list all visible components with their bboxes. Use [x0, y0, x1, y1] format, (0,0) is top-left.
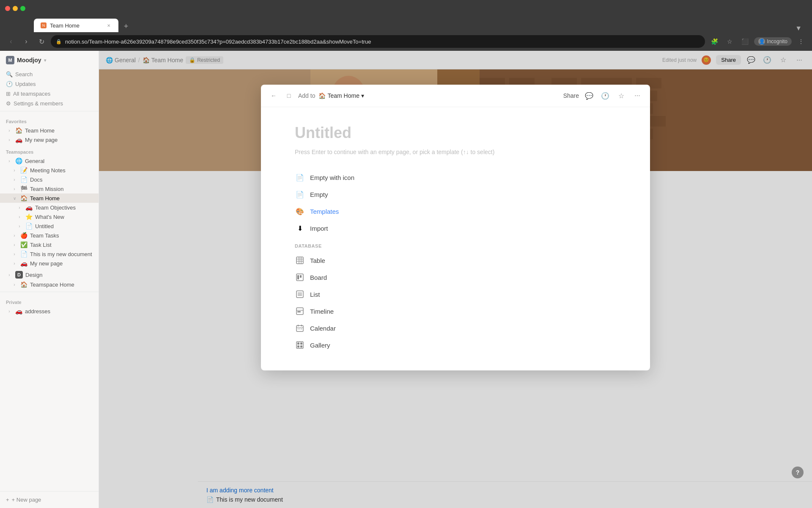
sidebar-item-team-objectives[interactable]: › 🚗 Team Objectives [0, 203, 99, 212]
db-option-table[interactable]: Table [295, 252, 616, 269]
help-button[interactable]: ? [792, 467, 804, 478]
svg-rect-65 [297, 342, 299, 345]
template-option-import[interactable]: ⬇ Import [295, 220, 616, 237]
db-option-timeline[interactable]: Timeline [295, 303, 616, 320]
task-list-icon: ✅ [20, 241, 27, 248]
nav-refresh-button[interactable]: ↻ [36, 36, 47, 47]
modal-target-icon: 🏠 [318, 92, 326, 99]
all-teamspaces-label: All teamspaces [13, 91, 50, 97]
modal-target-label: Team Home [327, 92, 359, 99]
sidebar-item-new-document[interactable]: › 📄 This is my new document [0, 249, 99, 259]
team-objectives-icon: 🚗 [25, 204, 33, 211]
gallery-icon [295, 340, 305, 350]
sidebar-item-task-list[interactable]: › ✅ Task List [0, 240, 99, 249]
sidebar-item-team-home-fav[interactable]: › 🏠 Team Home [0, 126, 99, 135]
modal-more-icon[interactable]: ··· [631, 90, 643, 102]
sidebar-all-teamspaces-button[interactable]: ⊞ All teamspaces [0, 89, 99, 99]
cast-icon[interactable]: ⬛ [739, 36, 751, 47]
sidebar-search-button[interactable]: 🔍 Search [0, 69, 99, 79]
tab-close-button[interactable]: ✕ [106, 22, 112, 28]
expand-arrow-icon: › [11, 176, 18, 183]
modal-page-icon[interactable]: □ [283, 90, 295, 102]
team-home-fav-icon: 🏠 [15, 127, 22, 134]
maximize-window-button[interactable] [20, 6, 25, 11]
template-option-empty[interactable]: 📄 Empty [295, 186, 616, 203]
minimize-window-button[interactable] [13, 6, 18, 11]
sidebar-item-teamspace-home[interactable]: › 🏠 Teamspace Home [0, 280, 99, 289]
general-label: General [25, 158, 93, 164]
expand-arrow-icon: › [16, 204, 23, 211]
sidebar-item-whats-new[interactable]: › ⭐ What's New [0, 212, 99, 221]
sidebar-item-addresses[interactable]: › 🚗 addresses [0, 306, 99, 316]
template-option-empty-icon[interactable]: 📄 Empty with icon [295, 169, 616, 186]
teamspaces-section-label: Teamspaces [0, 144, 99, 156]
svg-point-62 [299, 329, 300, 329]
modal-add-to-target[interactable]: 🏠 Team Home ▾ [318, 92, 364, 99]
modal-star-icon[interactable]: ☆ [615, 90, 627, 102]
db-option-list[interactable]: List [295, 286, 616, 303]
sidebar-item-design-initial[interactable]: › D Design [0, 270, 99, 280]
empty-template-icon: 📄 [295, 189, 305, 199]
team-mission-label: Team Mission [30, 186, 93, 192]
close-window-button[interactable] [5, 6, 10, 11]
sidebar-item-team-home[interactable]: ∨ 🏠 Team Home [0, 193, 99, 203]
docs-icon: 📄 [20, 176, 27, 183]
extensions-icon[interactable]: 🧩 [708, 36, 720, 47]
svg-rect-68 [300, 345, 302, 348]
nav-forward-button[interactable]: › [20, 36, 32, 47]
db-option-calendar[interactable]: Calendar [295, 320, 616, 337]
sidebar-item-my-new-page-fav[interactable]: › 🚗 My new page [0, 135, 99, 144]
sidebar-item-general[interactable]: › 🌐 General [0, 156, 99, 166]
private-section-label: Private [0, 295, 99, 306]
addresses-label: addresses [25, 308, 93, 315]
new-tab-button[interactable]: + [120, 20, 132, 32]
window-controls-icon: ▼ [795, 25, 802, 32]
empty-label: Empty [310, 191, 328, 198]
expand-arrow-icon: › [11, 185, 18, 192]
sidebar-workspace-header: M Moodjoy ▾ [0, 51, 99, 69]
workspace-name[interactable]: M Moodjoy ▾ [6, 56, 46, 64]
sidebar-updates-button[interactable]: 🕐 Updates [0, 79, 99, 89]
untitled-label: Untitled [35, 223, 93, 229]
more-options-icon[interactable]: ⋮ [795, 36, 807, 47]
db-option-gallery[interactable]: Gallery [295, 337, 616, 353]
empty-with-icon-template-icon: 📄 [295, 172, 305, 182]
sidebar-settings-button[interactable]: ⚙ Settings & members [0, 99, 99, 108]
whats-new-label: What's New [35, 214, 93, 220]
team-tasks-label: Team Tasks [30, 232, 93, 239]
modal-back-icon[interactable]: ← [268, 90, 280, 102]
addresses-icon: 🚗 [15, 308, 22, 315]
sidebar-item-team-tasks[interactable]: › 🍎 Team Tasks [0, 231, 99, 240]
workspace-label: Moodjoy [17, 57, 41, 64]
teamspace-home-icon: 🏠 [20, 281, 27, 288]
sidebar-item-my-new-page[interactable]: › 🚗 My new page [0, 259, 99, 268]
template-option-templates[interactable]: 🎨 Templates [295, 203, 616, 220]
sidebar-divider-2 [0, 292, 99, 292]
modal-page-title[interactable]: Untitled [295, 124, 616, 142]
svg-point-63 [301, 329, 302, 329]
nav-back-button[interactable]: ‹ [5, 36, 17, 47]
bookmark-star-icon[interactable]: ☆ [724, 36, 735, 47]
modal-comment-icon[interactable]: 💬 [583, 90, 595, 102]
expand-arrow-icon: › [16, 223, 23, 229]
sidebar-item-team-mission[interactable]: › 🏁 Team Mission [0, 184, 99, 193]
sidebar-item-docs[interactable]: › 📄 Docs [0, 175, 99, 184]
modal-history-icon[interactable]: 🕐 [599, 90, 611, 102]
sidebar-item-untitled[interactable]: › 📄 Untitled [0, 221, 99, 231]
new-page-button[interactable]: + + New page [6, 495, 93, 505]
browser-toolbar: ‹ › ↻ 🔒 notion.so/Team-Home-a626e39209a7… [0, 32, 812, 51]
design-label: Design [25, 272, 93, 278]
templates-label: Templates [310, 208, 339, 215]
expand-arrow-icon: › [11, 167, 18, 174]
team-mission-icon: 🏁 [20, 185, 27, 192]
db-option-board[interactable]: Board [295, 269, 616, 286]
tab-bar: N Team Home ✕ + ▼ [0, 17, 812, 32]
browser-titlebar [0, 0, 812, 17]
team-tasks-icon: 🍎 [20, 232, 27, 239]
team-home-fav-label: Team Home [25, 127, 93, 134]
new-document-label: This is my new document [30, 251, 93, 257]
address-bar[interactable]: 🔒 notion.so/Team-Home-a626e39209a748798e… [51, 35, 705, 48]
modal-share-button[interactable]: Share [563, 92, 579, 99]
sidebar-item-meeting-notes[interactable]: › 📝 Meeting Notes [0, 166, 99, 175]
browser-tab-active[interactable]: N Team Home ✕ [34, 19, 118, 32]
